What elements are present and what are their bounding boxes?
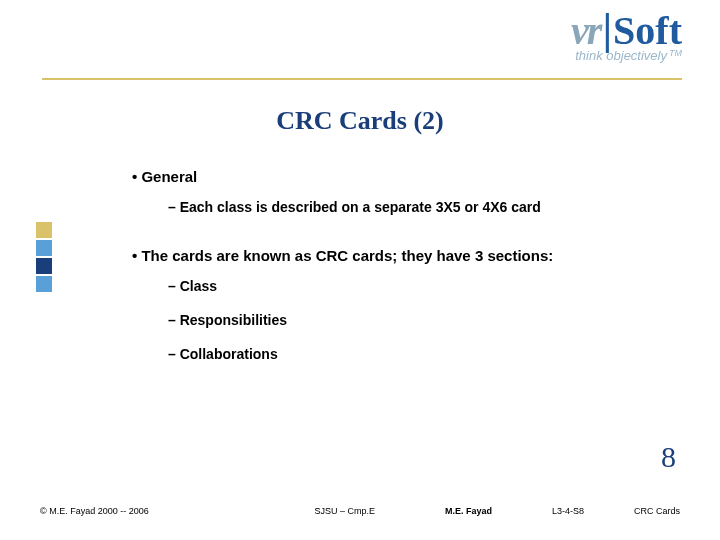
footer: © M.E. Fayad 2000 -- 2006 SJSU – Cmp.E M… xyxy=(40,506,680,516)
logo-tagline: think objectivelyTM xyxy=(571,48,682,63)
logo-soft-text: Soft xyxy=(613,11,682,51)
logo-main: vr | Soft xyxy=(571,8,682,52)
slide-title: CRC Cards (2) xyxy=(0,106,720,136)
bullet-level-2: – Collaborations xyxy=(168,346,620,362)
slide: vr | Soft think objectivelyTM CRC Cards … xyxy=(0,0,720,540)
logo-bar-text: | xyxy=(602,8,612,52)
logo-vr-text: vr xyxy=(571,11,600,51)
spacer xyxy=(132,233,620,247)
footer-copyright: © M.E. Fayad 2000 -- 2006 xyxy=(40,506,149,516)
side-decoration xyxy=(36,222,52,294)
bullet-level-2: – Responsibilities xyxy=(168,312,620,328)
bullet-level-2: – Each class is described on a separate … xyxy=(168,199,620,215)
logo: vr | Soft think objectivelyTM xyxy=(571,8,682,63)
deco-square xyxy=(36,276,52,292)
logo-tagline-text: think objectively xyxy=(575,48,667,63)
footer-spacer xyxy=(149,506,315,516)
footer-code: L3-4-S8 xyxy=(552,506,584,516)
content: • General – Each class is described on a… xyxy=(132,168,620,380)
divider xyxy=(42,78,682,80)
deco-square xyxy=(36,222,52,238)
bullet-level-2: – Class xyxy=(168,278,620,294)
deco-square xyxy=(36,258,52,274)
page-number: 8 xyxy=(661,440,676,474)
logo-tm: TM xyxy=(669,48,682,58)
footer-school: SJSU – Cmp.E xyxy=(314,506,375,516)
footer-topic: CRC Cards xyxy=(634,506,680,516)
bullet-level-1: • The cards are known as CRC cards; they… xyxy=(132,247,620,264)
deco-square xyxy=(36,240,52,256)
bullet-level-1: • General xyxy=(132,168,620,185)
footer-author: M.E. Fayad xyxy=(445,506,492,516)
